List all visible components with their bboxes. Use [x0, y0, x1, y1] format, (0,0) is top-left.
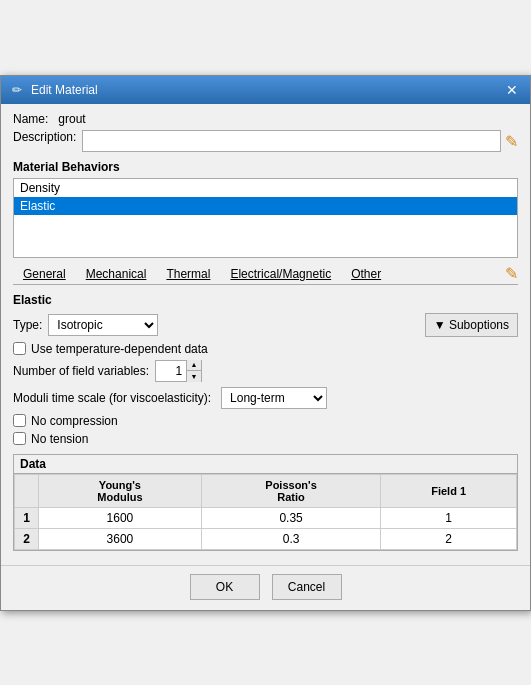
type-dropdown-wrap: Isotropic Orthotropic Anisotropic [48, 314, 158, 336]
no-tension-checkbox[interactable] [13, 432, 26, 445]
description-label: Description: [13, 130, 76, 144]
nav-tabs: General Mechanical Thermal Electrical/Ma… [13, 264, 518, 285]
data-table: Young'sModulus Poisson'sRatio Field 1 1 … [14, 474, 517, 550]
name-value: grout [58, 112, 85, 126]
tab-mechanical[interactable]: Mechanical [76, 264, 157, 284]
moduli-select[interactable]: Long-term Instantaneous [221, 387, 327, 409]
type-row: Type: Isotropic Orthotropic Anisotropic … [13, 313, 518, 337]
tab-electrical[interactable]: Electrical/Magnetic [220, 264, 341, 284]
num-field-vars-spinbox: ▲ ▼ [155, 360, 202, 382]
row-1-field1: 1 [381, 507, 517, 528]
use-temp-dependent-row: Use temperature-dependent data [13, 342, 518, 356]
spinbox-arrows: ▲ ▼ [186, 360, 201, 382]
no-compression-checkbox[interactable] [13, 414, 26, 427]
name-label: Name: [13, 112, 48, 126]
col-field1-header: Field 1 [381, 474, 517, 507]
use-temp-dependent-checkbox[interactable] [13, 342, 26, 355]
tab-other[interactable]: Other [341, 264, 391, 284]
row-1-index: 1 [15, 507, 39, 528]
edit-material-dialog: ✏ Edit Material ✕ Name: grout Descriptio… [0, 75, 531, 611]
behavior-elastic[interactable]: Elastic [14, 197, 517, 215]
titlebar: ✏ Edit Material ✕ [1, 76, 530, 104]
table-header-row: Young'sModulus Poisson'sRatio Field 1 [15, 474, 517, 507]
table-row: 2 3600 0.3 2 [15, 528, 517, 549]
row-2-youngs: 3600 [39, 528, 202, 549]
table-row: 1 1600 0.35 1 [15, 507, 517, 528]
use-temp-dependent-label: Use temperature-dependent data [31, 342, 208, 356]
no-tension-row: No tension [13, 432, 518, 446]
no-compression-row: No compression [13, 414, 518, 428]
moduli-row: Moduli time scale (for viscoelasticity):… [13, 387, 518, 409]
num-field-vars-input[interactable] [156, 363, 186, 379]
description-row: Description: ✎ [13, 130, 518, 152]
col-youngs-header: Young'sModulus [39, 474, 202, 507]
dialog-title: Edit Material [31, 83, 98, 97]
suboptions-button[interactable]: ▼ Suboptions [425, 313, 518, 337]
behavior-density[interactable]: Density [14, 179, 517, 197]
cancel-button[interactable]: Cancel [272, 574, 342, 600]
num-field-vars-row: Number of field variables: ▲ ▼ [13, 360, 518, 382]
dialog-footer: OK Cancel [1, 565, 530, 610]
no-compression-label: No compression [31, 414, 118, 428]
tab-edit-icon[interactable]: ✎ [505, 264, 518, 283]
col-poisson-header: Poisson'sRatio [201, 474, 380, 507]
material-behaviors-label: Material Behaviors [13, 160, 518, 174]
row-2-field1: 2 [381, 528, 517, 549]
titlebar-left: ✏ Edit Material [9, 82, 98, 98]
type-label: Type: [13, 318, 42, 332]
elastic-section: Elastic Type: Isotropic Orthotropic Anis… [13, 293, 518, 551]
name-row: Name: grout [13, 112, 518, 126]
row-1-poisson: 0.35 [201, 507, 380, 528]
elastic-title: Elastic [13, 293, 518, 307]
close-button[interactable]: ✕ [502, 80, 522, 100]
description-input[interactable] [82, 130, 501, 152]
data-section-title: Data [14, 455, 517, 474]
row-2-poisson: 0.3 [201, 528, 380, 549]
no-tension-label: No tension [31, 432, 88, 446]
description-edit-icon[interactable]: ✎ [505, 132, 518, 151]
ok-button[interactable]: OK [190, 574, 260, 600]
dialog-body: Name: grout Description: ✎ Material Beha… [1, 104, 530, 559]
row-1-youngs: 1600 [39, 507, 202, 528]
row-2-index: 2 [15, 528, 39, 549]
description-input-wrap: ✎ [82, 130, 518, 152]
type-select[interactable]: Isotropic Orthotropic Anisotropic [48, 314, 158, 336]
spinbox-down[interactable]: ▼ [187, 371, 201, 382]
edit-icon: ✏ [9, 82, 25, 98]
num-field-vars-label: Number of field variables: [13, 364, 149, 378]
spinbox-up[interactable]: ▲ [187, 360, 201, 372]
col-index-header [15, 474, 39, 507]
material-behaviors-box: Density Elastic [13, 178, 518, 258]
data-section: Data Young'sModulus Poisson'sRatio Field… [13, 454, 518, 551]
moduli-label: Moduli time scale (for viscoelasticity): [13, 391, 211, 405]
tab-thermal[interactable]: Thermal [156, 264, 220, 284]
tab-general[interactable]: General [13, 264, 76, 284]
